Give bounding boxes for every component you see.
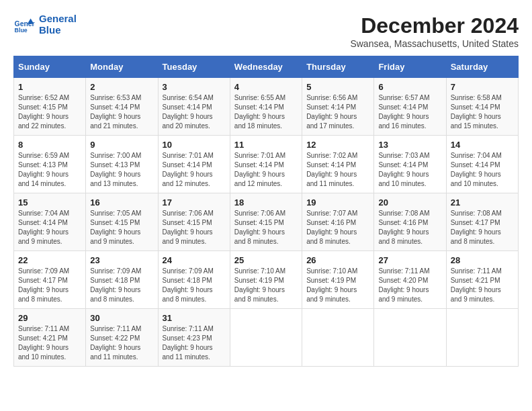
day-info: Sunrise: 7:10 AM Sunset: 4:19 PM Dayligh…	[306, 267, 369, 304]
logo-text-line2: Blue	[39, 25, 77, 36]
day-info: Sunrise: 7:11 AM Sunset: 4:20 PM Dayligh…	[378, 267, 441, 304]
day-info: Sunrise: 6:52 AM Sunset: 4:15 PM Dayligh…	[18, 93, 81, 131]
day-info: Sunrise: 7:05 AM Sunset: 4:15 PM Dayligh…	[90, 209, 153, 246]
day-info: Sunrise: 7:09 AM Sunset: 4:18 PM Dayligh…	[163, 267, 226, 304]
day-number: 8	[18, 140, 81, 150]
day-info: Sunrise: 7:06 AM Sunset: 4:15 PM Dayligh…	[163, 209, 226, 246]
calendar-cell: 24 Sunrise: 7:09 AM Sunset: 4:18 PM Dayl…	[158, 251, 230, 309]
calendar-cell: 10 Sunrise: 7:01 AM Sunset: 4:14 PM Dayl…	[158, 136, 230, 193]
day-number: 15	[18, 197, 81, 208]
calendar-cell: 23 Sunrise: 7:09 AM Sunset: 4:18 PM Dayl…	[86, 251, 158, 309]
day-number: 12	[306, 140, 369, 150]
day-number: 23	[90, 255, 153, 265]
header-monday: Monday	[86, 56, 158, 78]
calendar-cell: 25 Sunrise: 7:10 AM Sunset: 4:19 PM Dayl…	[230, 251, 302, 309]
header-thursday: Thursday	[302, 56, 374, 78]
calendar-cell: 19 Sunrise: 7:07 AM Sunset: 4:16 PM Dayl…	[302, 193, 374, 251]
day-info: Sunrise: 7:10 AM Sunset: 4:19 PM Dayligh…	[234, 267, 298, 304]
day-number: 17	[163, 197, 226, 208]
day-info: Sunrise: 7:11 AM Sunset: 4:23 PM Dayligh…	[163, 324, 226, 362]
calendar-cell: 15 Sunrise: 7:04 AM Sunset: 4:14 PM Dayl…	[14, 193, 86, 251]
day-info: Sunrise: 7:06 AM Sunset: 4:15 PM Dayligh…	[234, 209, 298, 246]
day-number: 21	[451, 197, 514, 208]
calendar-cell	[374, 309, 446, 367]
svg-text:Blue: Blue	[15, 27, 28, 34]
day-number: 3	[163, 82, 226, 92]
day-info: Sunrise: 6:59 AM Sunset: 4:13 PM Dayligh…	[18, 151, 81, 189]
calendar-cell: 4 Sunrise: 6:55 AM Sunset: 4:14 PM Dayli…	[230, 78, 302, 136]
calendar-cell: 20 Sunrise: 7:08 AM Sunset: 4:16 PM Dayl…	[374, 193, 446, 251]
calendar-week-row: 8 Sunrise: 6:59 AM Sunset: 4:13 PM Dayli…	[14, 136, 519, 193]
header-sunday: Sunday	[14, 56, 86, 78]
day-number: 31	[163, 313, 226, 323]
calendar-cell: 12 Sunrise: 7:02 AM Sunset: 4:14 PM Dayl…	[302, 136, 374, 193]
day-info: Sunrise: 7:04 AM Sunset: 4:14 PM Dayligh…	[451, 151, 514, 189]
day-info: Sunrise: 6:55 AM Sunset: 4:14 PM Dayligh…	[234, 93, 298, 131]
day-info: Sunrise: 6:58 AM Sunset: 4:14 PM Dayligh…	[451, 93, 514, 131]
day-number: 6	[378, 82, 441, 92]
day-number: 18	[234, 197, 298, 208]
day-number: 28	[451, 255, 514, 265]
calendar-cell: 16 Sunrise: 7:05 AM Sunset: 4:15 PM Dayl…	[86, 193, 158, 251]
calendar-cell: 26 Sunrise: 7:10 AM Sunset: 4:19 PM Dayl…	[302, 251, 374, 309]
calendar-cell: 13 Sunrise: 7:03 AM Sunset: 4:14 PM Dayl…	[374, 136, 446, 193]
title-block: December 2024 Swansea, Massachusetts, Un…	[350, 13, 519, 49]
calendar-cell	[230, 309, 302, 367]
calendar-cell: 14 Sunrise: 7:04 AM Sunset: 4:14 PM Dayl…	[446, 136, 518, 193]
day-number: 19	[306, 197, 369, 208]
logo-icon: General Blue	[13, 14, 35, 36]
day-info: Sunrise: 7:11 AM Sunset: 4:21 PM Dayligh…	[451, 267, 514, 304]
day-number: 26	[306, 255, 369, 265]
day-number: 1	[18, 82, 81, 92]
day-info: Sunrise: 7:11 AM Sunset: 4:21 PM Dayligh…	[18, 324, 81, 362]
day-number: 30	[90, 313, 153, 323]
day-number: 14	[451, 140, 514, 150]
day-info: Sunrise: 6:54 AM Sunset: 4:14 PM Dayligh…	[163, 93, 226, 131]
day-info: Sunrise: 7:01 AM Sunset: 4:14 PM Dayligh…	[163, 151, 226, 189]
calendar-cell: 18 Sunrise: 7:06 AM Sunset: 4:15 PM Dayl…	[230, 193, 302, 251]
calendar-cell: 9 Sunrise: 7:00 AM Sunset: 4:13 PM Dayli…	[86, 136, 158, 193]
calendar-cell: 3 Sunrise: 6:54 AM Sunset: 4:14 PM Dayli…	[158, 78, 230, 136]
calendar-cell: 27 Sunrise: 7:11 AM Sunset: 4:20 PM Dayl…	[374, 251, 446, 309]
day-number: 20	[378, 197, 441, 208]
calendar-cell: 7 Sunrise: 6:58 AM Sunset: 4:14 PM Dayli…	[446, 78, 518, 136]
day-number: 16	[90, 197, 153, 208]
header-saturday: Saturday	[446, 56, 518, 78]
header-wednesday: Wednesday	[230, 56, 302, 78]
day-number: 4	[234, 82, 298, 92]
header-tuesday: Tuesday	[158, 56, 230, 78]
day-info: Sunrise: 7:00 AM Sunset: 4:13 PM Dayligh…	[90, 151, 153, 189]
day-info: Sunrise: 7:08 AM Sunset: 4:16 PM Dayligh…	[378, 209, 441, 246]
day-info: Sunrise: 7:11 AM Sunset: 4:22 PM Dayligh…	[90, 324, 153, 362]
day-info: Sunrise: 7:09 AM Sunset: 4:18 PM Dayligh…	[90, 267, 153, 304]
day-info: Sunrise: 6:56 AM Sunset: 4:14 PM Dayligh…	[306, 93, 369, 131]
calendar-cell	[302, 309, 374, 367]
calendar-week-row: 1 Sunrise: 6:52 AM Sunset: 4:15 PM Dayli…	[14, 78, 519, 136]
page-header: General Blue General Blue December 2024 …	[13, 13, 519, 49]
calendar-cell	[446, 309, 518, 367]
page-subtitle: Swansea, Massachusetts, United States	[350, 38, 519, 49]
header-friday: Friday	[374, 56, 446, 78]
day-number: 2	[90, 82, 153, 92]
day-info: Sunrise: 6:53 AM Sunset: 4:14 PM Dayligh…	[90, 93, 153, 131]
day-info: Sunrise: 7:02 AM Sunset: 4:14 PM Dayligh…	[306, 151, 369, 189]
day-info: Sunrise: 7:07 AM Sunset: 4:16 PM Dayligh…	[306, 209, 369, 246]
calendar-cell: 6 Sunrise: 6:57 AM Sunset: 4:14 PM Dayli…	[374, 78, 446, 136]
page-title: December 2024	[350, 13, 519, 38]
logo-text-line1: General	[39, 13, 77, 25]
calendar-week-row: 29 Sunrise: 7:11 AM Sunset: 4:21 PM Dayl…	[14, 309, 519, 367]
day-info: Sunrise: 6:57 AM Sunset: 4:14 PM Dayligh…	[378, 93, 441, 131]
calendar-cell: 29 Sunrise: 7:11 AM Sunset: 4:21 PM Dayl…	[14, 309, 86, 367]
calendar-cell: 2 Sunrise: 6:53 AM Sunset: 4:14 PM Dayli…	[86, 78, 158, 136]
calendar-cell: 8 Sunrise: 6:59 AM Sunset: 4:13 PM Dayli…	[14, 136, 86, 193]
calendar-header-row: SundayMondayTuesdayWednesdayThursdayFrid…	[14, 56, 519, 78]
calendar-cell: 11 Sunrise: 7:01 AM Sunset: 4:14 PM Dayl…	[230, 136, 302, 193]
day-number: 22	[18, 255, 81, 265]
day-number: 9	[90, 140, 153, 150]
day-number: 27	[378, 255, 441, 265]
day-info: Sunrise: 7:03 AM Sunset: 4:14 PM Dayligh…	[378, 151, 441, 189]
day-info: Sunrise: 7:09 AM Sunset: 4:17 PM Dayligh…	[18, 267, 81, 304]
calendar-table: SundayMondayTuesdayWednesdayThursdayFrid…	[13, 56, 519, 367]
day-number: 11	[234, 140, 298, 150]
day-info: Sunrise: 7:08 AM Sunset: 4:17 PM Dayligh…	[451, 209, 514, 246]
